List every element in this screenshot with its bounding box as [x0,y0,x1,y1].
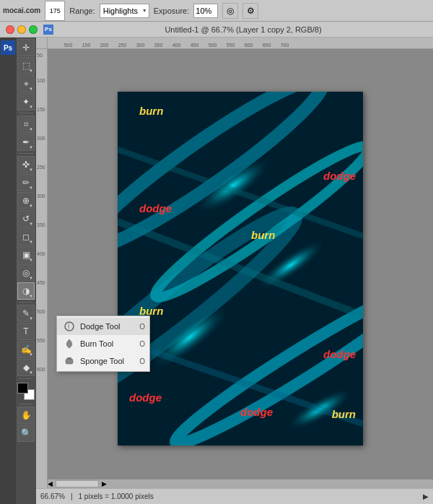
range-dropdown[interactable]: Highlights Midtones Shadows [100,4,149,18]
ruler-h-tick: 400 [167,43,185,48]
svg-rect-14 [67,357,71,360]
close-button[interactable] [6,25,14,34]
sponge-icon [63,355,76,368]
toolbox: ✛ ⬚▼ ⌖▼ ✦▼ ⌗▼ ✒▼ ✜▼ ✏▼ ⊕▼ ↺▼ ◻▼ ▣▼ ◎▼ ◑▼… [16,38,36,504]
path-tool[interactable]: ✎▼ [17,305,35,322]
scroll-right-arrow[interactable]: ▶ [423,492,429,500]
site-logo: mocai.com [3,6,40,14]
ruler-h-tick: 500 [204,43,222,48]
canvas-label-burn-2: burn [251,229,275,241]
ruler-v-tick: 50 [37,53,43,58]
canvas-label-burn-1: burn [139,105,163,117]
tool-divider-2 [19,153,33,154]
range-dropdown-wrapper: Highlights Midtones Shadows [100,4,149,18]
hand-tool[interactable]: ✋ [17,407,35,424]
dodge-icon [63,320,76,333]
pen-tool[interactable]: ✍▼ [17,341,35,358]
ruler-h-tick: 150 [77,43,95,48]
ps-logo: Ps [1,40,15,55]
canvas-label-dodge-3: dodge [323,348,356,360]
foreground-color-swatch[interactable] [17,383,28,394]
ruler-h-ticks: 500 150 200 250 300 350 400 450 500 550 … [48,38,294,48]
tool-divider-5 [19,404,33,404]
ruler-h-tick: 550 [222,43,240,48]
ruler-horizontal: 500 150 200 250 300 350 400 450 500 550 … [36,38,433,49]
ruler-v-tick: 250 [37,165,45,170]
ruler-v-tick: 150 [37,107,45,112]
ruler-v-tick: 450 [37,280,45,285]
blur-tool[interactable]: ◎▼ [17,264,35,282]
marquee-tool[interactable]: ⬚▼ [17,57,35,74]
ruler-h-tick: 200 [95,43,113,48]
flyout-shortcut-sponge: O [139,357,145,365]
burn-icon [63,337,76,350]
healing-tool[interactable]: ✜▼ [17,156,35,173]
range-label: Range: [69,6,95,15]
exposure-label: Exposure: [154,6,190,15]
type-tool[interactable]: T [17,323,35,340]
color-swatches[interactable] [17,383,35,400]
ruler-vertical: 50 100 150 200 250 300 350 400 450 500 5… [36,49,48,488]
canvas-label-burn-4: burn [332,408,356,420]
scroll-thumb-h[interactable] [56,480,99,487]
airbrush-toggle-btn[interactable]: ◎ [222,3,238,19]
window-titlebar: Ps Untitled-1 @ 66.7% (Layer 1 copy 2, R… [0,22,433,38]
horizontal-scrollbar[interactable]: ◀ ▶ [48,479,433,488]
tool-divider-4 [19,378,33,379]
top-toolbar: mocai.com 175 Range: Highlights Midtones… [0,0,433,22]
scroll-arrow-right[interactable]: ▶ [102,480,107,487]
brush-tool[interactable]: ✏▼ [17,174,35,191]
flyout-item-dodge[interactable]: Dodge Tool O [57,318,149,335]
canvas-label-dodge-5: dodge [240,406,273,418]
flyout-item-sponge[interactable]: Sponge Tool O [57,352,149,370]
zoom-level: 66.67% [40,492,65,500]
clone-tool[interactable]: ⊕▼ [17,192,35,209]
history-tool[interactable]: ↺▼ [17,210,35,227]
canvas-label-dodge-1: dodge [323,170,356,182]
flyout-item-burn[interactable]: Burn Tool O [57,335,149,352]
flyout-shortcut-burn: O [139,340,145,348]
zoom-tool[interactable]: 🔍 [17,425,35,442]
canvas-document[interactable]: burn dodge dodge burn burn dodge dodge d… [118,92,363,446]
status-divider: | [71,492,73,500]
exposure-input[interactable] [193,4,218,18]
tool-divider-1 [19,113,33,113]
ruler-h-tick: 250 [113,43,131,48]
lasso-tool[interactable]: ⌖▼ [17,75,35,92]
eraser-tool[interactable]: ◻▼ [17,228,35,246]
extra-options-btn[interactable]: ⚙ [242,3,258,19]
ruler-h-tick: 350 [149,43,167,48]
canvas-label-dodge-2: dodge [139,202,172,214]
canvas-label-dodge-4: dodge [129,391,162,404]
eyedropper-tool[interactable]: ✒▼ [17,134,35,151]
tool-divider-3 [19,302,33,303]
window-controls [6,25,38,34]
scroll-arrow-left[interactable]: ◀ [48,480,53,487]
shape-tool[interactable]: ◆▼ [17,359,35,376]
ruler-h-tick: 600 [240,43,258,48]
magic-wand-tool[interactable]: ✦▼ [17,93,35,110]
dodge-tool[interactable]: ◑▼ [17,282,35,300]
main-area: Ps ✛ ⬚▼ ⌖▼ ✦▼ ⌗▼ ✒▼ ✜▼ ✏▼ ⊕▼ ↺▼ ◻▼ ▣▼ ◎▼… [0,38,433,504]
move-tool[interactable]: ✛ [17,39,35,56]
ruler-v-tick: 500 [37,309,45,314]
canvas-area: 500 150 200 250 300 350 400 450 500 550 … [36,38,433,504]
ruler-corner [36,38,48,49]
ruler-v-tick: 400 [37,251,45,256]
ruler-v-tick: 100 [37,78,45,83]
flyout-label-sponge: Sponge Tool [80,357,124,365]
gradient-tool[interactable]: ▣▼ [17,246,35,264]
ruler-h-tick: 450 [185,43,204,48]
ruler-h-tick: 700 [276,43,294,48]
flyout-label-dodge: Dodge Tool [80,322,120,331]
ruler-v-tick: 600 [37,367,45,372]
ruler-h-tick: 500 [59,43,77,48]
brush-preview-box: 175 [45,1,65,21]
crop-tool[interactable]: ⌗▼ [17,116,35,133]
pixel-status: 1 pixels = 1.0000 pixels [79,492,154,500]
flyout-label-burn: Burn Tool [80,339,113,348]
minimize-button[interactable] [17,25,26,34]
ps-panel: Ps [0,38,16,504]
maximize-button[interactable] [29,25,38,34]
brush-size-value: 175 [50,7,61,14]
